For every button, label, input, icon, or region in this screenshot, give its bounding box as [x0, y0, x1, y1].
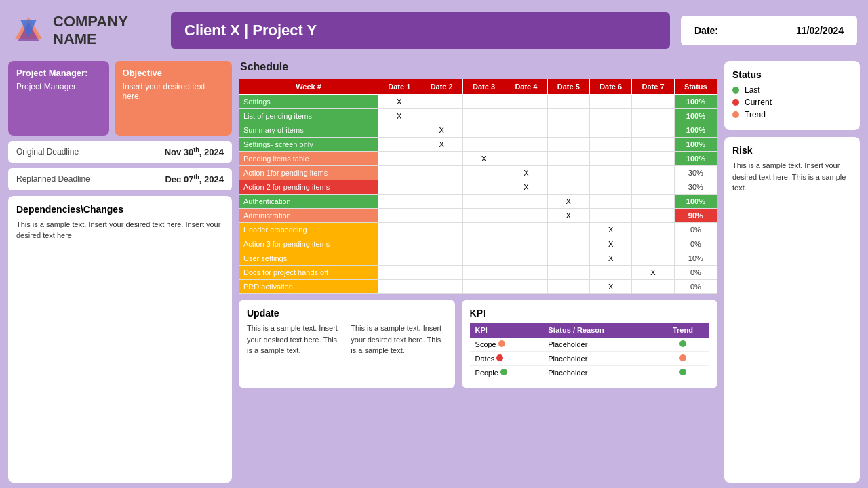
kpi-col-kpi: KPI: [470, 323, 543, 338]
dependencies-text: This is a sample text. Insert your desir…: [16, 219, 224, 241]
date-cell: [378, 223, 420, 237]
status-cell: 0%: [674, 266, 717, 280]
replanned-deadline-box: Replanned Deadline Dec 07th, 2024: [8, 168, 232, 190]
date-cell: [632, 138, 674, 152]
date-cell: [420, 95, 462, 109]
table-row: Settings- screen onlyX100%: [239, 138, 717, 152]
date-cell: [462, 180, 505, 195]
task-name-cell: Action 3 for pending items: [239, 237, 378, 251]
date-cell: X: [589, 237, 631, 251]
date-cell: [632, 152, 674, 166]
legend-dot: [732, 87, 739, 94]
left-panel: Project Manager: Project Manager: Object…: [8, 61, 232, 483]
date-cell: [632, 223, 674, 237]
date-cell: [420, 166, 462, 180]
date-cell: [589, 195, 631, 209]
date-cell: [505, 109, 547, 123]
table-row: AuthenticationX100%: [239, 195, 717, 209]
date-cell: [378, 138, 420, 152]
date-cell: [505, 266, 547, 280]
legend-label: Last: [745, 85, 760, 95]
kpi-box: KPI KPI Status / Reason Trend Scope Plac…: [462, 300, 717, 388]
original-deadline-value: Nov 30th, 2024: [165, 146, 224, 157]
date-cell: [547, 152, 589, 166]
legend-dot: [732, 111, 739, 118]
date-cell: [632, 251, 674, 266]
table-row: Pending items tableX100%: [239, 152, 717, 166]
date-cell: [589, 95, 631, 109]
table-row: Action 1for pending itemsX30%: [239, 166, 717, 180]
date-cell: [462, 95, 505, 109]
objective-label: Objective: [123, 68, 224, 78]
dependencies-box: Dependencies\Changes This is a sample te…: [8, 196, 232, 483]
status-cell: 100%: [674, 109, 717, 123]
date-cell: X: [505, 180, 547, 195]
date-cell: [378, 195, 420, 209]
update-title: Update: [247, 308, 447, 319]
task-name-cell: Administration: [239, 209, 378, 223]
date-cell: [378, 152, 420, 166]
project-manager-box: Project Manager: Project Manager:: [8, 61, 109, 136]
date-cell: [547, 237, 589, 251]
date-cell: [589, 266, 631, 280]
task-name-cell: Summary of items: [239, 123, 378, 138]
date-cell: [589, 180, 631, 195]
date-cell: [420, 109, 462, 123]
task-name-cell: Settings- screen only: [239, 138, 378, 152]
date-cell: [589, 166, 631, 180]
date-cell: [378, 251, 420, 266]
kpi-row: Scope Placeholder: [470, 338, 709, 352]
date-cell: [420, 180, 462, 195]
status-cell: 100%: [674, 123, 717, 138]
status-legend-title: Status: [732, 69, 852, 80]
date-cell: [505, 237, 547, 251]
date-cell: [505, 209, 547, 223]
date-cell: [462, 223, 505, 237]
date-cell: [547, 166, 589, 180]
date-cell: [420, 237, 462, 251]
replanned-deadline-label: Replanned Deadline: [16, 174, 90, 184]
date-cell: [632, 180, 674, 195]
date-label: Date:: [694, 25, 718, 36]
status-cell: 30%: [674, 166, 717, 180]
kpi-trend-cell: [656, 352, 709, 366]
date-cell: X: [420, 123, 462, 138]
kpi-trend-cell: [656, 338, 709, 352]
date-cell: [462, 251, 505, 266]
task-name-cell: List of pending items: [239, 109, 378, 123]
date-cell: [420, 209, 462, 223]
date-cell: [632, 95, 674, 109]
date-cell: X: [589, 280, 631, 294]
date-cell: X: [589, 223, 631, 237]
date-cell: [547, 223, 589, 237]
col-date7: Date 7: [632, 79, 674, 95]
update-box: Update This is a sample text. Insert you…: [239, 300, 455, 388]
status-cell: 90%: [674, 209, 717, 223]
kpi-name-cell: Dates: [470, 352, 543, 366]
status-cell: 0%: [674, 280, 717, 294]
kpi-name-cell: People: [470, 366, 543, 380]
date-cell: [547, 266, 589, 280]
project-manager-value: Project Manager:: [16, 82, 101, 92]
task-name-cell: Pending items table: [239, 152, 378, 166]
header: COMPANYNAME Client X | Project Y Date: 1…: [0, 0, 868, 61]
col-date5: Date 5: [547, 79, 589, 95]
legend-item: Last: [732, 85, 852, 95]
date-cell: [505, 223, 547, 237]
legend-label: Current: [745, 98, 772, 107]
date-cell: [632, 109, 674, 123]
table-row: Action 2 for pending itemsX30%: [239, 180, 717, 195]
table-row: Summary of itemsX100%: [239, 123, 717, 138]
legend-item: Current: [732, 98, 852, 107]
date-cell: [632, 166, 674, 180]
date-cell: [378, 166, 420, 180]
col-date6: Date 6: [589, 79, 631, 95]
col-date3: Date 3: [462, 79, 505, 95]
right-panel: Status LastCurrentTrend Risk This is a s…: [724, 61, 860, 483]
objective-box: Objective Insert your desired text here.: [115, 61, 232, 136]
date-cell: [378, 237, 420, 251]
kpi-title: KPI: [470, 308, 709, 319]
task-name-cell: User settings: [239, 251, 378, 266]
date-cell: [547, 251, 589, 266]
kpi-reason-cell: Placeholder: [542, 366, 656, 380]
